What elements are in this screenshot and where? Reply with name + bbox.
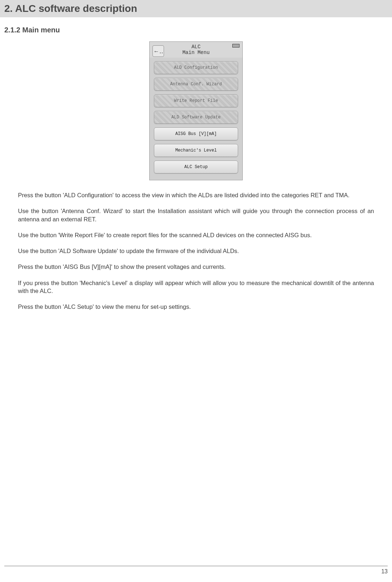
menu-button-label: ALD Software Update (172, 115, 221, 120)
paragraph: Use the button 'ALD Software Update' to … (18, 247, 374, 255)
paragraph: Use the button 'Antenna Conf. Wizard' to… (18, 207, 374, 223)
menu-button-label: ALC Setup (184, 164, 208, 170)
menu-button-label: Antenna Conf. Wizard (170, 82, 222, 87)
device-title: ALC Main Menu (152, 44, 240, 55)
device-menu: ALD Configuration Antenna Conf. Wizard W… (150, 58, 242, 180)
paragraph: Press the button 'ALC Setup' to view the… (18, 303, 374, 311)
menu-button-write-report-file[interactable]: Write Report File (154, 94, 238, 107)
back-arrow-icon: ←‥ (154, 48, 163, 55)
paragraph: Press the button 'AISG Bus [V][mA]' to s… (18, 263, 374, 271)
menu-button-label: Write Report File (174, 98, 218, 103)
page-footer: 13 (4, 566, 388, 575)
battery-icon (232, 44, 240, 48)
menu-button-ald-configuration[interactable]: ALD Configuration (154, 61, 238, 74)
page-number: 13 (381, 568, 388, 574)
page-header: 2. ALC software description (0, 0, 392, 17)
device-title-line2: Main Menu (152, 50, 240, 55)
subsection-title: 2.1.2 Main menu (0, 26, 392, 34)
menu-button-label: ALD Configuration (174, 65, 218, 70)
menu-button-antenna-conf-wizard[interactable]: Antenna Conf. Wizard (154, 78, 238, 91)
menu-button-label: Mechanic's Level (175, 148, 216, 153)
page-title: 2. ALC software description (4, 3, 388, 14)
paragraph: Use the button 'Write Report File' to cr… (18, 231, 374, 239)
back-button[interactable]: ←‥ (152, 45, 164, 57)
paragraph: Press the button 'ALD Configuration' to … (18, 191, 374, 199)
paragraph: If you press the button 'Mechanic's Leve… (18, 279, 374, 295)
device-header: ←‥ ALC Main Menu (150, 42, 242, 58)
menu-button-label: AISG Bus [V][mA] (175, 131, 216, 136)
device-screenshot: ←‥ ALC Main Menu ALD Configuration Anten… (149, 41, 243, 180)
menu-button-ald-software-update[interactable]: ALD Software Update (154, 111, 238, 124)
device-title-line1: ALC (152, 44, 240, 50)
menu-button-mechanics-level[interactable]: Mechanic's Level (154, 144, 238, 157)
content-body: Press the button 'ALD Configuration' to … (0, 191, 392, 311)
menu-button-aisg-bus[interactable]: AISG Bus [V][mA] (154, 127, 238, 140)
menu-button-alc-setup[interactable]: ALC Setup (154, 161, 238, 173)
